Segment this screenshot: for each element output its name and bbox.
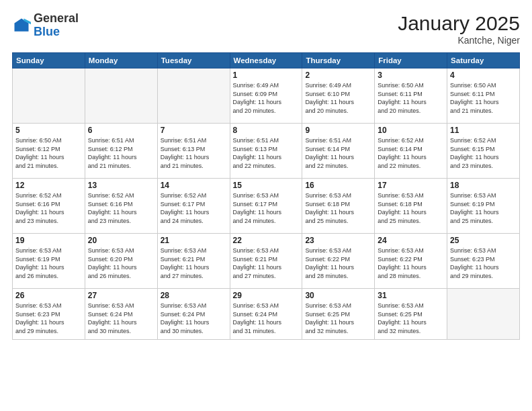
day-number: 14 — [161, 181, 227, 190]
day-info: Sunrise: 6:53 AMSunset: 6:17 PMDaylight:… — [233, 191, 300, 225]
day-info: Sunrise: 6:49 AMSunset: 6:10 PMDaylight:… — [305, 81, 371, 115]
col-header-monday: Monday — [85, 53, 157, 68]
day-number: 22 — [233, 236, 300, 245]
day-info: Sunrise: 6:51 AMSunset: 6:12 PMDaylight:… — [88, 136, 154, 170]
day-number: 12 — [15, 181, 82, 190]
day-number: 18 — [450, 181, 517, 190]
week-row-2: 5Sunrise: 6:50 AMSunset: 6:12 PMDaylight… — [13, 124, 520, 179]
week-row-1: 1Sunrise: 6:49 AMSunset: 6:09 PMDaylight… — [13, 68, 520, 124]
week-row-5: 26Sunrise: 6:53 AMSunset: 6:23 PMDayligh… — [13, 289, 520, 340]
col-header-sunday: Sunday — [13, 53, 85, 68]
calendar-cell: 22Sunrise: 6:53 AMSunset: 6:21 PMDayligh… — [230, 234, 302, 289]
calendar-cell: 18Sunrise: 6:53 AMSunset: 6:19 PMDayligh… — [447, 179, 520, 234]
calendar-cell: 20Sunrise: 6:53 AMSunset: 6:20 PMDayligh… — [85, 234, 157, 289]
calendar-cell: 23Sunrise: 6:53 AMSunset: 6:22 PMDayligh… — [302, 234, 375, 289]
day-info: Sunrise: 6:53 AMSunset: 6:20 PMDaylight:… — [88, 246, 154, 280]
day-number: 19 — [15, 236, 82, 245]
title-block: January 2025 Kantche, Niger — [398, 12, 520, 46]
calendar-table: SundayMondayTuesdayWednesdayThursdayFrid… — [12, 52, 520, 340]
day-number: 29 — [233, 291, 300, 300]
calendar-cell: 29Sunrise: 6:53 AMSunset: 6:24 PMDayligh… — [230, 289, 302, 340]
day-info: Sunrise: 6:49 AMSunset: 6:09 PMDaylight:… — [233, 81, 300, 115]
day-info: Sunrise: 6:53 AMSunset: 6:22 PMDaylight:… — [305, 246, 371, 280]
day-number: 13 — [88, 181, 154, 190]
day-number: 16 — [305, 181, 371, 190]
calendar-cell — [447, 289, 520, 340]
calendar-cell: 8Sunrise: 6:51 AMSunset: 6:13 PMDaylight… — [230, 124, 302, 179]
calendar-cell: 15Sunrise: 6:53 AMSunset: 6:17 PMDayligh… — [230, 179, 302, 234]
calendar-cell: 13Sunrise: 6:52 AMSunset: 6:16 PMDayligh… — [85, 179, 157, 234]
week-row-3: 12Sunrise: 6:52 AMSunset: 6:16 PMDayligh… — [13, 179, 520, 234]
calendar-cell: 10Sunrise: 6:52 AMSunset: 6:14 PMDayligh… — [375, 124, 447, 179]
day-number: 10 — [378, 126, 444, 135]
logo-general: General — [34, 11, 79, 25]
day-number: 6 — [88, 126, 154, 135]
day-number: 17 — [378, 181, 444, 190]
day-number: 11 — [450, 126, 517, 135]
calendar-cell: 3Sunrise: 6:50 AMSunset: 6:11 PMDaylight… — [375, 68, 447, 124]
col-header-tuesday: Tuesday — [157, 53, 230, 68]
day-info: Sunrise: 6:50 AMSunset: 6:11 PMDaylight:… — [450, 81, 517, 115]
logo-text: General Blue — [34, 12, 79, 39]
calendar-cell: 1Sunrise: 6:49 AMSunset: 6:09 PMDaylight… — [230, 68, 302, 124]
header: General Blue January 2025 Kantche, Niger — [12, 12, 520, 46]
day-number: 5 — [15, 126, 82, 135]
logo-blue: Blue — [34, 25, 60, 38]
day-info: Sunrise: 6:53 AMSunset: 6:21 PMDaylight:… — [233, 246, 300, 280]
day-number: 15 — [233, 181, 300, 190]
day-info: Sunrise: 6:53 AMSunset: 6:19 PMDaylight:… — [15, 246, 82, 280]
day-number: 26 — [15, 291, 82, 300]
calendar-cell — [85, 68, 157, 124]
calendar-cell: 24Sunrise: 6:53 AMSunset: 6:22 PMDayligh… — [375, 234, 447, 289]
logo-icon — [12, 16, 31, 35]
calendar-cell: 6Sunrise: 6:51 AMSunset: 6:12 PMDaylight… — [85, 124, 157, 179]
col-header-saturday: Saturday — [447, 53, 520, 68]
calendar-cell: 28Sunrise: 6:53 AMSunset: 6:24 PMDayligh… — [157, 289, 230, 340]
calendar-cell: 16Sunrise: 6:53 AMSunset: 6:18 PMDayligh… — [302, 179, 375, 234]
day-info: Sunrise: 6:52 AMSunset: 6:16 PMDaylight:… — [15, 191, 82, 225]
logo: General Blue — [12, 12, 79, 39]
day-info: Sunrise: 6:53 AMSunset: 6:18 PMDaylight:… — [378, 191, 444, 225]
day-info: Sunrise: 6:51 AMSunset: 6:14 PMDaylight:… — [305, 136, 371, 170]
day-number: 3 — [378, 71, 444, 80]
calendar-cell: 17Sunrise: 6:53 AMSunset: 6:18 PMDayligh… — [375, 179, 447, 234]
col-header-friday: Friday — [375, 53, 447, 68]
calendar-cell: 11Sunrise: 6:52 AMSunset: 6:15 PMDayligh… — [447, 124, 520, 179]
calendar-cell: 21Sunrise: 6:53 AMSunset: 6:21 PMDayligh… — [157, 234, 230, 289]
day-info: Sunrise: 6:53 AMSunset: 6:25 PMDaylight:… — [378, 302, 444, 335]
calendar-cell: 7Sunrise: 6:51 AMSunset: 6:13 PMDaylight… — [157, 124, 230, 179]
day-info: Sunrise: 6:52 AMSunset: 6:16 PMDaylight:… — [88, 191, 154, 225]
calendar-cell: 19Sunrise: 6:53 AMSunset: 6:19 PMDayligh… — [13, 234, 85, 289]
day-number: 31 — [378, 291, 444, 300]
day-number: 27 — [88, 291, 154, 300]
calendar-cell: 12Sunrise: 6:52 AMSunset: 6:16 PMDayligh… — [13, 179, 85, 234]
calendar-cell: 2Sunrise: 6:49 AMSunset: 6:10 PMDaylight… — [302, 68, 375, 124]
day-number: 20 — [88, 236, 154, 245]
day-info: Sunrise: 6:53 AMSunset: 6:24 PMDaylight:… — [233, 302, 300, 335]
day-number: 2 — [305, 71, 371, 80]
day-number: 21 — [161, 236, 227, 245]
col-header-thursday: Thursday — [302, 53, 375, 68]
calendar-cell: 30Sunrise: 6:53 AMSunset: 6:25 PMDayligh… — [302, 289, 375, 340]
header-row: SundayMondayTuesdayWednesdayThursdayFrid… — [13, 53, 520, 68]
col-header-wednesday: Wednesday — [230, 53, 302, 68]
calendar-cell: 25Sunrise: 6:53 AMSunset: 6:23 PMDayligh… — [447, 234, 520, 289]
day-info: Sunrise: 6:53 AMSunset: 6:21 PMDaylight:… — [161, 246, 227, 280]
calendar-cell: 4Sunrise: 6:50 AMSunset: 6:11 PMDaylight… — [447, 68, 520, 124]
day-info: Sunrise: 6:52 AMSunset: 6:17 PMDaylight:… — [161, 191, 227, 225]
day-number: 24 — [378, 236, 444, 245]
day-number: 28 — [161, 291, 227, 300]
day-number: 23 — [305, 236, 371, 245]
day-info: Sunrise: 6:52 AMSunset: 6:14 PMDaylight:… — [378, 136, 444, 170]
calendar-cell: 14Sunrise: 6:52 AMSunset: 6:17 PMDayligh… — [157, 179, 230, 234]
day-info: Sunrise: 6:53 AMSunset: 6:25 PMDaylight:… — [305, 302, 371, 335]
calendar-subtitle: Kantche, Niger — [398, 35, 520, 46]
day-number: 30 — [305, 291, 371, 300]
day-info: Sunrise: 6:52 AMSunset: 6:15 PMDaylight:… — [450, 136, 517, 170]
day-number: 25 — [450, 236, 517, 245]
day-info: Sunrise: 6:53 AMSunset: 6:19 PMDaylight:… — [450, 191, 517, 225]
day-info: Sunrise: 6:53 AMSunset: 6:23 PMDaylight:… — [450, 246, 517, 280]
calendar-title: January 2025 — [398, 12, 520, 35]
day-info: Sunrise: 6:50 AMSunset: 6:11 PMDaylight:… — [378, 81, 444, 115]
day-info: Sunrise: 6:53 AMSunset: 6:23 PMDaylight:… — [15, 302, 82, 335]
